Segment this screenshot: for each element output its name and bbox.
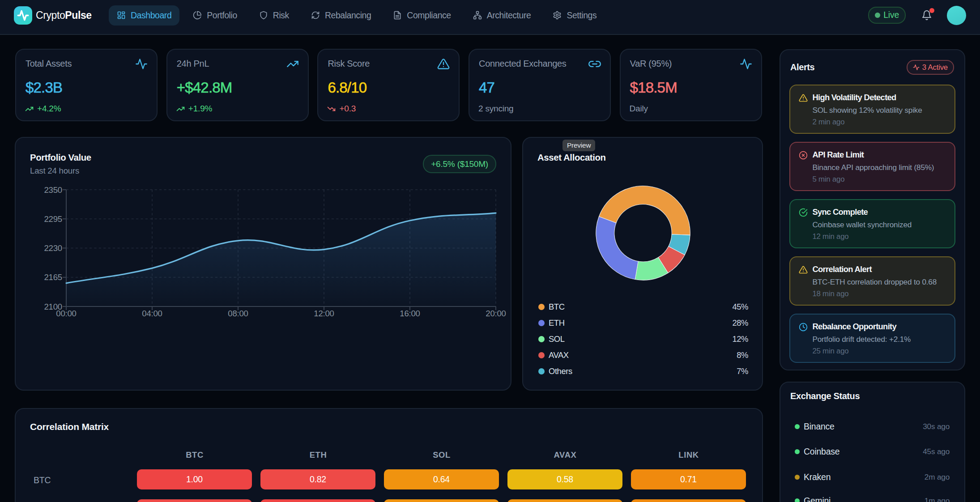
svg-text:2295: 2295 (44, 214, 62, 224)
svg-text:20:00: 20:00 (486, 309, 506, 318)
svg-text:16:00: 16:00 (400, 309, 420, 318)
svg-text:12:00: 12:00 (314, 309, 334, 318)
svg-text:2165: 2165 (44, 272, 62, 282)
svg-text:00:00: 00:00 (56, 309, 77, 318)
svg-text:2230: 2230 (44, 243, 62, 253)
svg-text:2350: 2350 (44, 185, 62, 195)
svg-text:08:00: 08:00 (228, 309, 248, 318)
svg-text:04:00: 04:00 (142, 309, 162, 318)
